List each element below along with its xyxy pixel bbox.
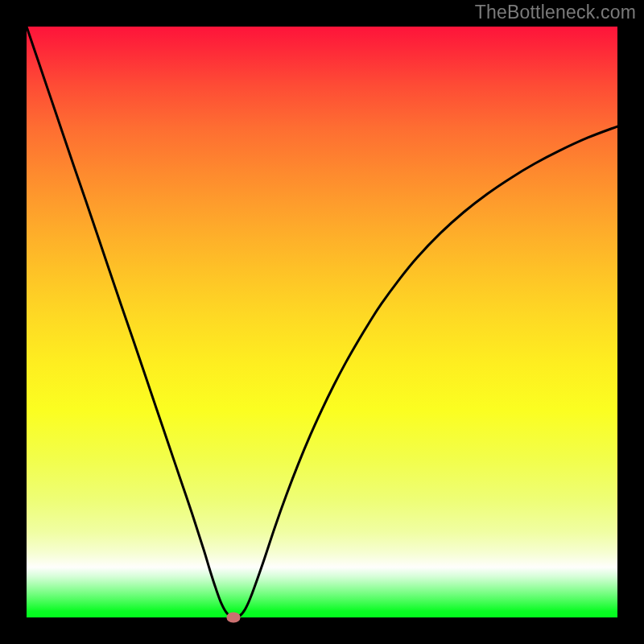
watermark-text: TheBottleneck.com (475, 2, 636, 23)
plot-area (27, 27, 617, 617)
chart-frame: TheBottleneck.com (0, 0, 644, 644)
bottleneck-curve (27, 27, 617, 617)
optimum-marker (226, 613, 240, 623)
